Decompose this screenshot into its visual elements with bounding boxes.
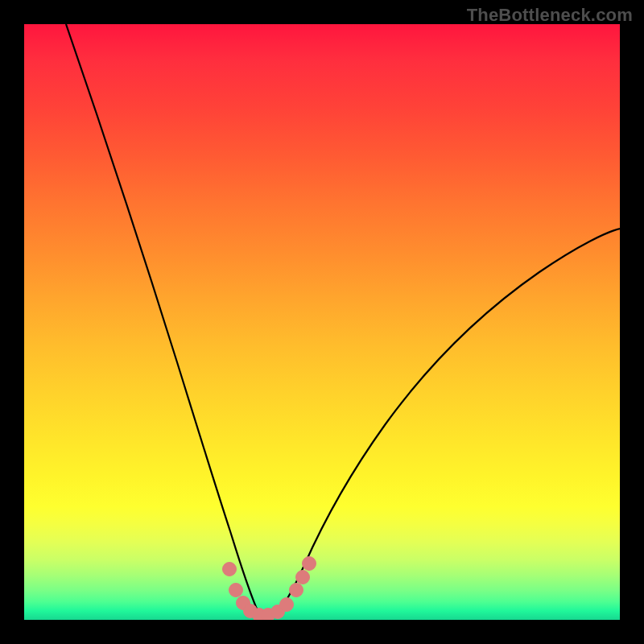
marker-point [229, 584, 243, 597]
bottleneck-curve [66, 24, 620, 617]
marker-point [290, 584, 303, 597]
watermark-text: TheBottleneck.com [467, 5, 633, 26]
marker-group [223, 557, 316, 621]
marker-point [223, 563, 237, 576]
marker-point [303, 557, 316, 571]
plot-area [24, 24, 620, 620]
outer-frame: TheBottleneck.com [0, 0, 644, 644]
chart-svg [24, 24, 620, 620]
marker-point [296, 571, 310, 584]
marker-point [280, 598, 294, 612]
